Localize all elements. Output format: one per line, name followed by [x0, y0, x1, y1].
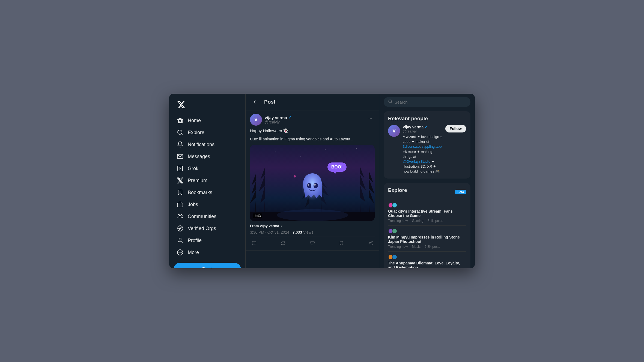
people-name: vijay verma ✓	[403, 125, 443, 129]
right-sidebar: Relevant people V vijay verma ✓ @realvjy…	[379, 94, 475, 268]
tweet-desc: Cute lil animation in Figma using variab…	[250, 136, 375, 142]
video-timestamp: 1:43	[253, 213, 262, 218]
verified-badge: ✓	[425, 125, 428, 129]
main-content: Post V vijay verma ✓ @realvjy ··· Happy	[246, 94, 379, 268]
svg-line-24	[370, 242, 371, 243]
sidebar-item-label: More	[188, 250, 199, 255]
svg-point-19	[314, 184, 316, 186]
svg-point-22	[371, 244, 372, 245]
people-avatar[interactable]: V	[388, 125, 400, 137]
nav-menu: Home Explore Notifications	[174, 114, 241, 258]
tweet-media[interactable]: BOO! 1:43	[250, 145, 375, 221]
boo-speech-bubble: BOO!	[327, 162, 347, 172]
sidebar-item-label: Messages	[188, 154, 210, 159]
tweet-author-handle: @realvjy	[265, 120, 291, 124]
svg-point-0	[178, 130, 182, 134]
reply-button[interactable]	[250, 239, 258, 247]
sidebar-item-jobs[interactable]: Jobs	[174, 198, 241, 210]
explore-icon	[177, 129, 183, 136]
follow-button[interactable]: Follow	[445, 125, 466, 132]
svg-point-14	[277, 209, 348, 221]
more-dots-icon	[177, 249, 183, 256]
bio-link-overlay[interactable]: @OverlayzStudio	[403, 159, 430, 164]
sidebar-item-label: Notifications	[188, 142, 214, 147]
explore-avatars	[388, 203, 466, 208]
svg-point-16	[307, 183, 311, 188]
explore-item-meta: Trending now · Music · 6.8K posts	[388, 245, 466, 249]
sidebar-item-communities[interactable]: Communities	[174, 210, 241, 222]
relevant-people-section: Relevant people V vijay verma ✓ @realvjy…	[384, 111, 470, 179]
sidebar-item-label: Grok	[188, 166, 198, 171]
tweet-author-avatar[interactable]: V	[250, 114, 262, 126]
home-icon	[177, 117, 183, 124]
sidebar-item-label: Profile	[188, 238, 202, 243]
explore-item[interactable]: Quackity's Interactive Stream: Fans Choo…	[388, 200, 466, 226]
sidebar-item-home[interactable]: Home	[174, 114, 241, 126]
svg-point-25	[389, 100, 392, 103]
people-handle: @realvjy	[403, 129, 443, 133]
bookmark-button[interactable]	[337, 239, 345, 247]
tweet-actions	[250, 237, 375, 247]
explore-item-title: Kim Mingyu Impresses in Rolling Stone Ja…	[388, 235, 466, 244]
post-header: Post	[246, 94, 379, 110]
sidebar-item-label: Premium	[188, 178, 207, 183]
sidebar-item-verified-orgs[interactable]: Verified Orgs	[174, 222, 241, 234]
back-button[interactable]	[250, 97, 260, 107]
sidebar: Home Explore Notifications	[169, 94, 246, 268]
explore-header: Explore Beta	[388, 187, 466, 197]
explore-item[interactable]: The Anupamaa Dilemma: Love, Loyalty, and…	[388, 252, 466, 269]
sidebar-item-more[interactable]: More	[174, 246, 241, 258]
tweet-author-name: vijay verma ✓	[265, 115, 291, 120]
explore-item-title: The Anupamaa Dilemma: Love, Loyalty, and…	[388, 261, 466, 269]
svg-point-7	[178, 215, 180, 216]
bio-link-stippling[interactable]: stippling.app	[422, 144, 442, 149]
sidebar-item-explore[interactable]: Explore	[174, 126, 241, 138]
tweet-meta: 3:36 PM · Oct 31, 2024 · 7,033 Views	[250, 230, 375, 234]
people-bio: A wizard ✦ love design + code ✦ maker of…	[403, 134, 443, 174]
view-count: 7,033	[293, 230, 302, 234]
sidebar-item-premium[interactable]: Premium	[174, 174, 241, 186]
from-user: From vijay verma ✓	[250, 224, 375, 228]
explore-title: Explore	[388, 187, 407, 193]
explore-item[interactable]: Kim Mingyu Impresses in Rolling Stone Ja…	[388, 226, 466, 252]
people-info: vijay verma ✓ @realvjy A wizard ✦ love d…	[403, 125, 443, 174]
svg-line-26	[391, 102, 392, 103]
retweet-button[interactable]	[279, 239, 287, 247]
post-button[interactable]: Post	[174, 263, 241, 268]
bell-icon	[177, 141, 183, 148]
svg-line-1	[181, 134, 183, 135]
share-button[interactable]	[366, 239, 375, 247]
grok-icon	[177, 165, 183, 172]
verified-badge: ✓	[288, 115, 291, 120]
svg-point-8	[179, 238, 181, 240]
sidebar-item-bookmarks[interactable]: Bookmarks	[174, 186, 241, 198]
explore-section: Explore Beta Quackity's Interactive Stre…	[384, 183, 470, 269]
sidebar-item-notifications[interactable]: Notifications	[174, 138, 241, 150]
sidebar-item-profile[interactable]: Profile	[174, 234, 241, 246]
search-icon	[388, 99, 392, 105]
relevant-people-title: Relevant people	[388, 116, 466, 122]
svg-point-21	[369, 242, 370, 244]
explore-avatars	[388, 254, 466, 260]
tweet-more-options[interactable]: ···	[366, 114, 375, 122]
mail-icon	[177, 153, 183, 160]
tweet-author-info: V vijay verma ✓ @realvjy	[250, 114, 291, 126]
explore-item-meta: Trending now · Gaming · 5.1K posts	[388, 219, 466, 223]
sidebar-item-grok[interactable]: Grok	[174, 162, 241, 174]
page-title: Post	[264, 99, 275, 105]
bio-link-3dicons[interactable]: 3dicons.co	[403, 144, 420, 149]
tweet-text: Happy Halloween 👻	[250, 128, 375, 134]
ghost-body: BOO!	[300, 171, 325, 201]
person-icon	[177, 237, 183, 244]
svg-line-23	[370, 243, 371, 244]
sidebar-item-messages[interactable]: Messages	[174, 150, 241, 162]
logo[interactable]	[174, 98, 241, 112]
tweet-user-row: V vijay verma ✓ @realvjy ···	[250, 114, 375, 126]
beta-badge: Beta	[455, 190, 466, 194]
like-button[interactable]	[308, 239, 317, 247]
jobs-icon	[177, 201, 183, 208]
search-box[interactable]	[384, 97, 470, 107]
verified-icon	[177, 225, 183, 232]
search-input[interactable]	[395, 100, 466, 104]
sidebar-item-label: Explore	[188, 130, 204, 135]
